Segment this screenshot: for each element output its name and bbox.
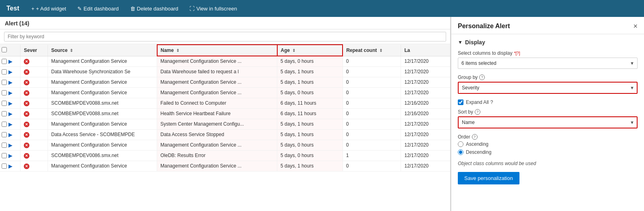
expand-row-icon[interactable]: ▶ — [8, 163, 13, 169]
col-severity-header[interactable]: Sever — [21, 45, 48, 56]
expand-row-icon[interactable]: ▶ — [8, 90, 13, 95]
row-checkbox[interactable] — [2, 90, 7, 95]
expand-row-icon[interactable]: ▶ — [8, 111, 13, 116]
row-checkbox-cell: ▶ — [0, 140, 21, 150]
alert-table-body: ▶ ✕ Management Configuration Service Man… — [0, 56, 450, 171]
add-widget-button[interactable]: + + Add widget — [29, 4, 69, 13]
sort-by-help-icon[interactable]: ? — [475, 109, 480, 115]
group-by-label: Group by ? — [458, 74, 638, 80]
repeat-cell: 0 — [343, 77, 401, 87]
table-row: ▶ ✕ Management Configuration Service Man… — [0, 161, 450, 171]
row-checkbox[interactable] — [2, 122, 7, 127]
edit-icon: ✎ — [77, 6, 82, 12]
severity-cell: ✕ — [21, 161, 48, 171]
severity-critical-icon: ✕ — [24, 122, 29, 127]
age-sort-icon: ⇕ — [292, 48, 295, 53]
expand-row-icon[interactable]: ▶ — [8, 79, 13, 85]
group-by-dropdown[interactable]: Severity Source Name Age — [458, 82, 638, 94]
row-checkbox[interactable] — [2, 111, 7, 116]
col-name-header[interactable]: Name ⇕ — [157, 45, 277, 56]
ascending-radio[interactable] — [458, 141, 463, 147]
last-cell: 12/17/2020 — [401, 119, 450, 129]
select-columns-dropdown[interactable]: 6 items selected — [458, 58, 638, 69]
last-cell: 12/16/2020 — [401, 108, 450, 119]
select-all-checkbox[interactable] — [2, 47, 7, 52]
edit-dashboard-button[interactable]: ✎ Edit dashboard — [75, 4, 121, 13]
severity-critical-icon: ✕ — [24, 90, 29, 96]
row-checkbox[interactable] — [2, 163, 7, 169]
table-row: ▶ ✕ Data Access Service - SCOMBEMPDE Dat… — [0, 129, 450, 140]
delete-dashboard-button[interactable]: 🗑 Delete dashboard — [128, 4, 181, 13]
expand-all-help-icon[interactable]: ? — [490, 99, 493, 105]
severity-critical-icon: ✕ — [24, 163, 29, 169]
name-cell: Data Warehouse failed to request a l — [157, 66, 277, 77]
age-cell: 5 days, 0 hours — [277, 56, 343, 66]
sort-by-dropdown[interactable]: Name Age Severity Source — [458, 116, 638, 128]
severity-cell: ✕ — [21, 56, 48, 66]
expand-row-icon[interactable]: ▶ — [8, 121, 13, 127]
section-arrow-icon: ▼ — [458, 39, 463, 45]
table-row: ▶ ✕ Management Configuration Service Man… — [0, 140, 450, 150]
col-last-header[interactable]: La — [401, 45, 450, 56]
filter-input[interactable] — [4, 32, 446, 41]
source-cell: SCOMBEMPDEV0086.smx.net — [48, 150, 157, 161]
age-cell: 5 days, 1 hours — [277, 119, 343, 129]
col-repeat-header[interactable]: Repeat count ⇕ — [343, 45, 401, 56]
repeat-cell: 0 — [343, 140, 401, 150]
descending-radio[interactable] — [458, 149, 463, 155]
repeat-cell: 0 — [343, 108, 401, 119]
row-checkbox[interactable] — [2, 143, 7, 148]
row-checkbox[interactable] — [2, 153, 7, 158]
col-source-header[interactable]: Source ⇕ — [48, 45, 157, 56]
ascending-label[interactable]: Ascending — [466, 141, 488, 147]
name-cell: Failed to Connect to Computer — [157, 98, 277, 108]
save-personalization-button[interactable]: Save personalization — [458, 172, 519, 184]
row-checkbox[interactable] — [2, 59, 7, 64]
expand-row-icon[interactable]: ▶ — [8, 100, 13, 106]
expand-row-icon[interactable]: ▶ — [8, 153, 13, 158]
expand-row-icon[interactable]: ▶ — [8, 142, 13, 148]
personalize-panel: Personalize Alert × ▼ Display Select col… — [451, 17, 644, 211]
severity-critical-icon: ✕ — [24, 143, 29, 148]
age-cell: 6 days, 11 hours — [277, 108, 343, 119]
alert-table: Sever Source ⇕ Name ⇕ Age — [0, 44, 450, 172]
repeat-cell: 0 — [343, 87, 401, 98]
group-by-group: Group by ? Severity Source Name Age ▼ — [458, 74, 638, 94]
source-sort-icon: ⇕ — [70, 48, 73, 53]
fullscreen-icon: ⛶ — [189, 6, 195, 12]
descending-label[interactable]: Descending — [466, 149, 491, 155]
severity-cell: ✕ — [21, 140, 48, 150]
close-panel-button[interactable]: × — [633, 23, 638, 30]
notice-text: Object class columns would be used — [458, 161, 638, 166]
order-help-icon[interactable]: ? — [472, 134, 478, 140]
source-cell: Management Configuration Service — [48, 161, 157, 171]
name-cell: System Center Management Configu... — [157, 119, 277, 129]
expand-row-icon[interactable]: ▶ — [8, 58, 13, 64]
row-checkbox[interactable] — [2, 80, 7, 85]
row-checkbox[interactable] — [2, 69, 7, 74]
row-checkbox-cell: ▶ — [0, 150, 21, 161]
severity-cell: ✕ — [21, 119, 48, 129]
group-by-help-icon[interactable]: ? — [479, 74, 485, 80]
expand-row-icon[interactable]: ▶ — [8, 132, 13, 137]
severity-critical-icon: ✕ — [24, 153, 29, 159]
panel-body: ▼ Display Select columns to display *[?]… — [451, 34, 644, 189]
repeat-cell: 0 — [343, 56, 401, 66]
col-age-header[interactable]: Age ⇕ — [277, 45, 343, 56]
table-outer: Sever Source ⇕ Name ⇕ Age — [0, 44, 450, 172]
name-cell: Management Configuration Service ... — [157, 87, 277, 98]
expand-row-icon[interactable]: ▶ — [8, 69, 13, 74]
row-checkbox[interactable] — [2, 101, 7, 106]
repeat-cell: 0 — [343, 98, 401, 108]
age-cell: 5 days, 0 hours — [277, 140, 343, 150]
expand-all-label[interactable]: Expand All ? — [466, 99, 493, 105]
expand-all-checkbox[interactable] — [458, 99, 463, 105]
display-section-label: Display — [465, 39, 485, 46]
select-columns-group: Select columns to display *[?] 6 items s… — [458, 50, 638, 69]
main-layout: Alert (14) Sever — [0, 17, 644, 211]
last-cell: 12/17/2020 — [401, 150, 450, 161]
row-checkbox[interactable] — [2, 132, 7, 137]
table-row: ▶ ✕ Management Configuration Service Man… — [0, 77, 450, 87]
age-cell: 5 days, 1 hours — [277, 161, 343, 171]
fullscreen-button[interactable]: ⛶ View in fullscreen — [187, 4, 239, 13]
